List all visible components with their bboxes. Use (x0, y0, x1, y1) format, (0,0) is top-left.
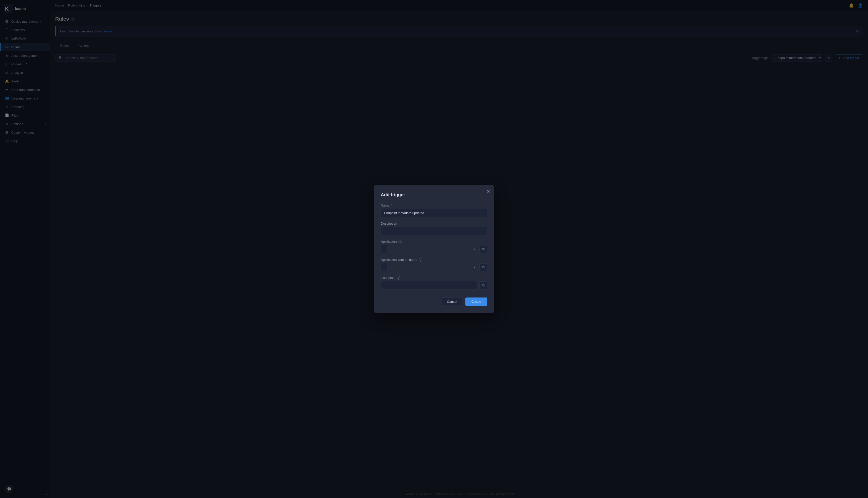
app-version-select-row: ⧉ (381, 263, 487, 271)
endpoints-row: ⧉ (381, 281, 487, 289)
app-version-select-wrapper (381, 263, 478, 271)
modal-footer: Cancel Create (381, 298, 487, 306)
endpoints-input[interactable] (381, 281, 478, 289)
app-version-copy-button[interactable]: ⧉ (479, 263, 487, 271)
cancel-button[interactable]: Cancel (442, 298, 463, 306)
description-field-group: Description (381, 222, 487, 235)
description-label: Description (381, 222, 487, 225)
name-input[interactable] (381, 209, 487, 217)
application-select[interactable] (381, 245, 387, 253)
description-input[interactable] (381, 227, 487, 235)
application-label: Application ? (381, 240, 487, 244)
main-content: Home › Rule engine › Triggers 🔔 👤 Rules … (50, 0, 868, 498)
endpoints-label: Endpoints ? (381, 276, 487, 280)
add-trigger-modal: Add trigger ✕ Name * Description (374, 185, 494, 313)
content-area: Rules i Learn how to use rules. Learn mo… (50, 11, 868, 490)
application-field-group: Application ? ⧉ (381, 240, 487, 253)
endpoints-copy-button[interactable]: ⧉ (479, 281, 487, 289)
name-label: Name * (381, 204, 487, 207)
app-version-select[interactable] (381, 263, 387, 271)
application-copy-button[interactable]: ⧉ (479, 245, 487, 253)
endpoints-help-icon: ? (397, 276, 400, 280)
modal-title: Add trigger (381, 192, 487, 197)
modal-close-button[interactable]: ✕ (486, 189, 490, 194)
app-version-label: Application version name ? (381, 258, 487, 262)
create-button[interactable]: Create (465, 298, 487, 306)
application-help-icon: ? (398, 240, 402, 244)
app-version-help-icon: ? (419, 258, 422, 262)
name-field-group: Name * (381, 204, 487, 217)
modal-overlay: Add trigger ✕ Name * Description (50, 11, 868, 490)
application-select-row: ⧉ (381, 245, 487, 253)
app-version-field-group: Application version name ? ⧉ (381, 258, 487, 271)
endpoints-field-group: Endpoints ? ⧉ (381, 276, 487, 289)
application-select-wrapper (381, 245, 478, 253)
required-indicator: * (391, 204, 392, 207)
